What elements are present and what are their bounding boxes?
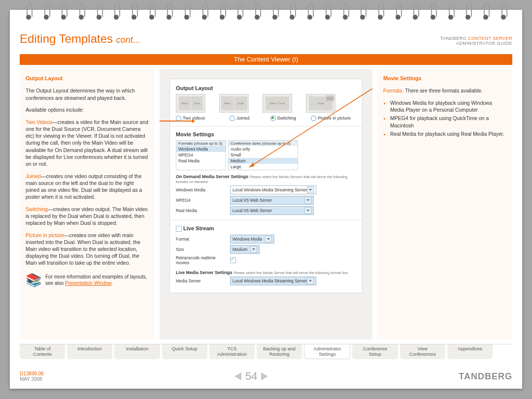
od-rm-value: Local IIS Web Server [233,208,272,213]
fmt-mpeg4[interactable]: MPEG4 [176,152,226,158]
od-wm-value: Local Windows Media Streaming Server [233,187,307,192]
brand-guide: ADMINISTRATOR GUIDE [456,41,512,46]
radio-joined[interactable]: Joined [230,116,250,121]
two-videos-desc: —creates a video for the Main source and… [26,119,148,167]
joined-desc: —creates one video output consisting of … [26,173,142,200]
movie-settings-heading: Movie Settings [383,75,506,82]
ls-sz-label: Size [176,247,230,252]
tab-tcs-admin[interactable]: TCSAdministration [209,344,255,359]
left-options-label: Available options include: [26,106,149,113]
fmt-item-real: Real Media for playback using Real Media… [390,130,506,137]
radio-pip[interactable]: Picture in picture [311,116,351,121]
nav-tabs: Table ofContents Introduction Installati… [20,344,493,359]
thumb-main: Main [221,96,234,110]
formats-term: Formats. [383,88,403,93]
radio-joined-label: Joined [236,116,250,121]
tab-conf-setup[interactable]: ConferenceSetup [352,344,398,359]
output-layout-heading: Output Layout [26,75,149,82]
page-title: Editing Templates cont... [20,32,140,46]
layout-two-videos[interactable]: MainDual [176,94,205,114]
tab-backup[interactable]: Backing up andRestoring [257,344,302,359]
ls-fmt-select[interactable]: Windows Media [230,235,274,244]
left-column: Output Layout The Output Layout determin… [20,69,155,339]
tab-installation[interactable]: Installation [114,344,160,359]
tab-view-conf[interactable]: ViewConferences [400,344,445,359]
left-intro: The Output Layout determines the way in … [26,87,149,101]
lv-title: Live Media Server Settings [176,270,233,275]
ls-rt-label: Retranscode realtime movies [176,255,230,265]
size-audio[interactable]: Audio only [229,146,298,152]
od-mp-select[interactable]: Local IIS Web Server [230,196,314,205]
chevron-down-icon [304,207,311,214]
layout-joined[interactable]: MainDual [219,94,249,114]
tab-admin-settings[interactable]: AdministratorSettings [304,344,350,359]
radio-switching-label: Switching [277,116,297,121]
info-text-b: . [111,280,113,286]
size-medium[interactable]: Medium [229,158,298,164]
chevron-down-icon [307,186,314,193]
sizes-list[interactable]: Conference sizes (choose up to 2) Audio … [228,140,298,170]
od-wm-select[interactable]: Local Windows Media Streaming Server [230,185,316,194]
od-rm-select[interactable]: Local IIS Web Server [230,206,314,215]
brand-product: CONTENT SERVER [468,36,512,41]
page-number: 54 [245,370,257,383]
pip-term: Picture in picture [26,232,64,238]
spiral-binding [10,5,522,25]
ls-sz-value: Medium [233,247,247,252]
switching-term: Switching [26,206,48,212]
formats-list[interactable]: Formats (choose up to 3) Windows Media M… [176,140,226,170]
layout-switching[interactable]: Main / Dual [263,94,292,114]
live-stream-h: Live Stream [183,225,214,231]
opt-switching: Switching—creates one video output. The … [26,206,149,227]
formats-intro: Formats. There are three formats availab… [383,87,506,94]
ls-sz-select[interactable]: Medium [230,245,260,254]
sizes-header: Conference sizes (choose up to 2) [229,141,298,146]
doc-date: MAY 2008 [20,376,42,382]
layout-pip[interactable]: DualMain [306,94,335,114]
tab-quick-setup[interactable]: Quick Setup [162,344,207,359]
ls-fmt-value: Windows Media [233,237,262,242]
formats-list-text: Windows Media for playback using Windows… [383,99,506,137]
presentation-window-link[interactable]: Presentation Window [65,280,111,286]
tab-appendices[interactable]: Appendices [447,344,493,359]
doc-info: D13898.06 MAY 2008 [20,371,44,382]
fmt-item-wm: Windows Media for playback using Windows… [390,99,506,113]
panel-movie-settings-h: Movie Settings [176,131,356,137]
chevron-down-icon [307,277,314,284]
brand-block: TANDBERG CONTENT SERVER ADMINISTRATOR GU… [440,36,512,46]
fmt-wm[interactable]: Windows Media [176,146,226,152]
chevron-down-icon [265,236,272,243]
right-column: Movie Settings Formats. There are three … [377,69,512,339]
size-small[interactable]: Small [229,152,298,158]
formats-desc: There are three formats available. [403,88,482,93]
thumb-dual: Dual [191,96,203,110]
retranscode-checkbox[interactable] [230,257,236,263]
radio-switching[interactable]: Switching [270,116,297,121]
tandberg-logo: TANDBERG [459,371,512,382]
lv-select[interactable]: Local Windows Media Streaming Server [230,276,316,285]
tab-toc[interactable]: Table ofContents [20,344,65,359]
next-page-icon[interactable] [261,372,268,380]
info-callout: 📚 For more information and examples of l… [26,274,149,287]
ls-fmt-label: Format [176,237,230,242]
two-videos-term: Two Videos [26,119,52,125]
doc-number: D13898.06 [20,371,44,376]
prev-page-icon[interactable] [234,372,241,380]
size-large[interactable]: Large [229,164,298,170]
center-column: Output Layout MainDual MainDual Main / D… [160,69,372,339]
title-cont: cont... [116,35,140,45]
panel-output-layout-h: Output Layout [176,85,356,91]
settings-panel: Output Layout MainDual MainDual Main / D… [169,79,363,293]
live-stream-checkbox[interactable] [176,226,182,232]
opt-joined: Joined—creates one video output consisti… [26,173,149,201]
opt-two-videos: Two Videos—creates a video for the Main … [26,119,149,167]
chevron-down-icon [250,246,257,253]
tab-introduction[interactable]: Introduction [67,344,112,359]
lv-value: Local Windows Media Streaming Server [233,278,307,283]
fmt-real[interactable]: Real Media [176,158,226,164]
od-wm-label: Windows Media [176,187,230,192]
title-main: Editing Templates [20,32,113,45]
radio-pip-label: Picture in picture [318,116,351,121]
thumb-main-dual: Main / Dual [266,96,289,110]
od-mp-label: MPEG4 [176,198,230,203]
